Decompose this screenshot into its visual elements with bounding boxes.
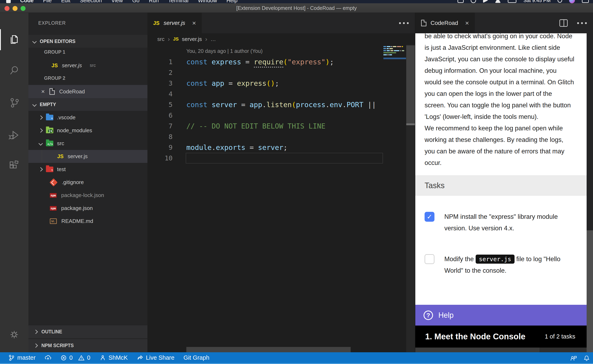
tree-item-node-modules[interactable]: js node_modules <box>28 124 147 137</box>
code-line[interactable]: 3const app = express(); <box>147 78 415 89</box>
close-icon[interactable]: × <box>41 88 45 95</box>
line-number[interactable]: 1 <box>147 58 173 66</box>
siri-icon[interactable] <box>569 0 575 3</box>
menu-item-code[interactable]: Code <box>20 0 33 3</box>
error-icon <box>60 355 67 361</box>
editor-group-1-label: GROUP 1 <box>28 46 147 58</box>
open-editor-serverjs[interactable]: JS server.js src <box>28 59 147 72</box>
status-icon-airplay[interactable] <box>495 0 501 3</box>
git-branch-item[interactable]: master <box>4 352 40 364</box>
menubar-clock[interactable]: Sat 9:45 PM <box>523 0 551 3</box>
run-debug-icon[interactable] <box>0 124 28 146</box>
search-icon[interactable] <box>0 59 28 81</box>
explorer-icon[interactable] <box>0 28 28 51</box>
tree-item-vscode[interactable]: ✕ .vscode <box>28 111 147 124</box>
close-tab-icon[interactable]: × <box>192 20 196 26</box>
extensions-icon[interactable] <box>0 154 28 177</box>
code-line[interactable]: 10 <box>147 153 415 163</box>
code-line[interactable]: 5const server = app.listen(process.env.P… <box>147 99 415 110</box>
menu-item-window[interactable]: Window <box>198 0 217 3</box>
status-icon-shield[interactable] <box>471 0 476 3</box>
menu-item-view[interactable]: View <box>111 0 123 3</box>
vertical-scrollbar[interactable] <box>406 45 415 352</box>
folder-section-header[interactable]: EMPTY <box>28 98 147 111</box>
line-number[interactable]: 7 <box>147 122 173 130</box>
menu-item-file[interactable]: File <box>43 0 52 3</box>
tree-item-test[interactable]: ⚗ test <box>28 163 147 176</box>
tab-coderoad[interactable]: CodeRoad × <box>415 13 475 33</box>
split-editor-icon[interactable] <box>560 19 568 27</box>
line-number[interactable]: 3 <box>147 79 173 87</box>
tree-item-readme[interactable]: M↓ README.md <box>28 215 147 228</box>
npm-scripts-section-header[interactable]: NPM SCRIPTS <box>28 339 147 352</box>
js-file-icon: JS <box>173 36 179 42</box>
npm-scripts-label: NPM SCRIPTS <box>41 343 74 348</box>
panel-bottom-strip <box>415 348 593 352</box>
code-line[interactable]: 9module.exports = server; <box>147 142 415 153</box>
tab-serverjs[interactable]: JS server.js × <box>147 13 202 33</box>
code-line[interactable]: 1const express = require("express"); <box>147 57 415 67</box>
status-icon-play[interactable] <box>483 0 488 3</box>
horizontal-scrollbar[interactable] <box>186 347 351 352</box>
breadcrumb-src[interactable]: src <box>157 36 165 42</box>
menu-item-help[interactable]: Help <box>227 0 237 3</box>
breadcrumb-file[interactable]: server.js <box>182 36 202 42</box>
help-bar[interactable]: ? Help <box>415 305 587 325</box>
line-number[interactable]: 2 <box>147 69 173 77</box>
cloud-upload-icon <box>45 355 51 361</box>
code-text: module.exports = server; <box>186 143 287 152</box>
menu-item-selection[interactable]: Selection <box>80 0 102 3</box>
code-line[interactable]: 4 <box>147 89 415 99</box>
tree-item-package-json[interactable]: npm package.json <box>28 202 147 215</box>
task-checkbox-checked[interactable]: ✓ <box>425 212 434 222</box>
code-line[interactable]: 8 <box>147 131 415 142</box>
control-center-icon[interactable] <box>582 0 589 3</box>
line-number[interactable]: 4 <box>147 90 173 98</box>
tree-item-package-lock[interactable]: npm package-lock.json <box>28 189 147 202</box>
line-number[interactable]: 10 <box>147 154 173 162</box>
line-number[interactable]: 9 <box>147 143 173 151</box>
minimap[interactable] <box>383 46 406 106</box>
scrollbar-thumb[interactable] <box>406 46 415 124</box>
code-line[interactable]: 6 <box>147 110 415 121</box>
editor-group-2-label: GROUP 2 <box>28 72 147 84</box>
notifications-bell-icon[interactable] <box>583 355 590 362</box>
status-icon-display[interactable] <box>458 0 464 3</box>
menu-item-edit[interactable]: Edit <box>61 0 70 3</box>
code-line[interactable]: 2 <box>147 67 415 78</box>
source-control-icon[interactable] <box>0 91 28 114</box>
webview-scrollbar[interactable] <box>587 33 593 348</box>
git-graph-item[interactable]: Git Graph <box>179 352 214 364</box>
line-number[interactable]: 5 <box>147 101 173 109</box>
apple-menu-icon[interactable] <box>6 0 11 3</box>
sync-changes-item[interactable] <box>40 352 56 364</box>
feedback-icon[interactable] <box>570 355 577 362</box>
codelens-annotation[interactable]: You, 20 days ago | 1 author (You) <box>186 48 263 54</box>
status-icon-battery[interactable] <box>508 0 516 3</box>
tree-item-serverjs[interactable]: JS server.js <box>28 150 147 163</box>
tree-item-gitignore[interactable]: .gitignore <box>28 176 147 189</box>
menu-item-go[interactable]: Go <box>132 0 140 3</box>
code-editor[interactable]: You, 20 days ago | 1 author (You) 1const… <box>147 45 415 352</box>
outline-section-header[interactable]: OUTLINE <box>28 325 147 338</box>
more-actions-icon[interactable] <box>577 22 587 24</box>
line-number[interactable]: 6 <box>147 111 173 119</box>
menu-item-run[interactable]: Run <box>149 0 159 3</box>
live-share-item[interactable]: Live Share <box>132 352 179 364</box>
task-checkbox-unchecked[interactable] <box>425 254 434 264</box>
open-editor-coderoad[interactable]: × CodeRoad <box>28 85 147 98</box>
settings-gear-icon[interactable] <box>0 323 28 346</box>
breadcrumb-symbol[interactable]: … <box>210 36 216 42</box>
close-tab-icon[interactable]: × <box>465 20 469 26</box>
problems-item[interactable]: 0 0 <box>56 352 95 364</box>
scrollbar-thumb[interactable] <box>587 230 593 348</box>
code-line[interactable]: 7// -- DO NOT EDIT BELOW THIS LINE <box>147 121 415 131</box>
open-editor-detail: src <box>90 63 96 68</box>
line-number[interactable]: 8 <box>147 133 173 141</box>
account-item[interactable]: ShMcK <box>95 352 132 364</box>
menu-item-terminal[interactable]: Terminal <box>168 0 188 3</box>
tree-item-src[interactable]: </> src <box>28 137 147 150</box>
spotlight-icon[interactable] <box>558 0 562 3</box>
more-actions-icon[interactable] <box>399 22 409 24</box>
open-editors-label: OPEN EDITORS <box>40 39 75 44</box>
